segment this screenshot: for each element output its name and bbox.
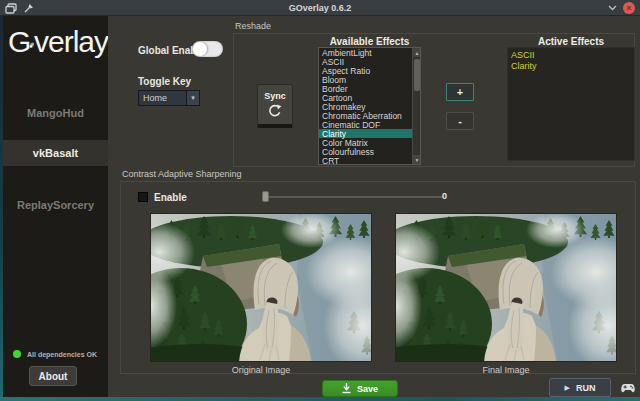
final-image-scene (396, 214, 617, 362)
goverlay-window: GOverlay 0.6.2 × G verlay MangoHudvkBasa… (0, 0, 640, 401)
toggle-key-select[interactable]: Home ▾ (138, 90, 200, 106)
active-effect-item[interactable]: Clarity (511, 61, 634, 72)
sidebar-nav: MangoHudvkBasaltReplaySorcery (3, 94, 108, 218)
original-image-label: Original Image (150, 365, 372, 375)
logo-text-prefix: G (8, 25, 30, 59)
active-effects-list: ASCIIClarity (507, 47, 635, 161)
original-image-preview (150, 213, 372, 362)
window-title: GOverlay 0.6.2 (0, 0, 640, 16)
scrollbar-thumb[interactable] (414, 59, 420, 91)
cas-group-title: Contrast Adaptive Sharpening (122, 169, 242, 179)
status-ok-dot (13, 350, 21, 358)
dependency-status: All dependencies OK (13, 349, 108, 359)
active-effects-header: Active Effects (507, 36, 635, 47)
save-download-icon (342, 383, 351, 394)
final-image-label: Final Image (395, 365, 617, 375)
desktop-edge-bottom (0, 397, 640, 401)
save-button-label: Save (357, 384, 378, 394)
goverlay-logo: G verlay (8, 20, 108, 64)
remove-effect-button[interactable]: - (446, 112, 474, 130)
run-button-label: RUN (576, 383, 596, 393)
toggle-key-value: Home (139, 93, 186, 103)
cas-enable-label: Enable (154, 192, 187, 203)
close-icon: × (626, 4, 631, 13)
scroll-up-icon[interactable]: ▲ (413, 48, 421, 57)
select-dropdown-icon[interactable]: ▾ (186, 91, 199, 105)
run-button[interactable]: ▶ RUN (549, 378, 611, 397)
available-effect-item[interactable]: CRT (319, 157, 414, 165)
sidebar-item-vkbasalt[interactable]: vkBasalt (3, 140, 108, 166)
sync-button-label: Sync (264, 91, 286, 101)
global-enable-toggle[interactable] (192, 41, 223, 57)
effects-scrollbar[interactable]: ▲ ▼ (412, 48, 420, 164)
toggle-knob (193, 42, 207, 56)
minimize-button[interactable] (606, 3, 618, 13)
add-effect-button[interactable]: + (446, 83, 474, 101)
scroll-down-icon[interactable]: ▼ (413, 155, 421, 164)
reshade-group-title: Reshade (235, 21, 271, 31)
gamepad-icon (619, 381, 637, 395)
cas-sharpness-slider[interactable] (262, 190, 444, 204)
titlebar[interactable]: GOverlay 0.6.2 × (0, 0, 640, 16)
sidebar-item-replaysorcery[interactable]: ReplaySorcery (3, 192, 108, 218)
slider-handle[interactable] (262, 191, 269, 202)
original-image-scene (151, 214, 372, 362)
available-effects-list: AmbientLightASCIIAspect RatioBloomBorder… (319, 48, 414, 165)
active-effect-item[interactable]: ASCII (511, 50, 634, 61)
cas-enable-checkbox[interactable] (138, 192, 148, 202)
save-button[interactable]: Save (322, 380, 398, 397)
chevron-down-icon (608, 5, 617, 11)
play-icon: ▶ (565, 384, 570, 392)
about-button[interactable]: About (29, 366, 77, 386)
logo-text-suffix: verlay (34, 25, 108, 59)
sync-button[interactable]: Sync (257, 84, 293, 128)
dependency-status-text: All dependencies OK (27, 351, 97, 358)
sidebar-item-mangohud[interactable]: MangoHud (3, 100, 108, 126)
sidebar: G verlay MangoHudvkBasaltReplaySorcery A… (3, 16, 108, 397)
close-button[interactable]: × (623, 2, 635, 14)
cas-slider-value: 0 (442, 191, 447, 201)
slider-track (262, 196, 444, 198)
available-effects-header: Available Effects (318, 36, 421, 47)
refresh-icon (268, 104, 282, 118)
available-effects-listbox: AmbientLightASCIIAspect RatioBloomBorder… (318, 47, 421, 165)
gamepad-button[interactable] (616, 378, 640, 397)
toggle-key-label: Toggle Key (138, 76, 191, 87)
final-image-preview (395, 213, 617, 362)
main-panel: Global Enable Toggle Key Home ▾ Reshade … (108, 16, 640, 397)
